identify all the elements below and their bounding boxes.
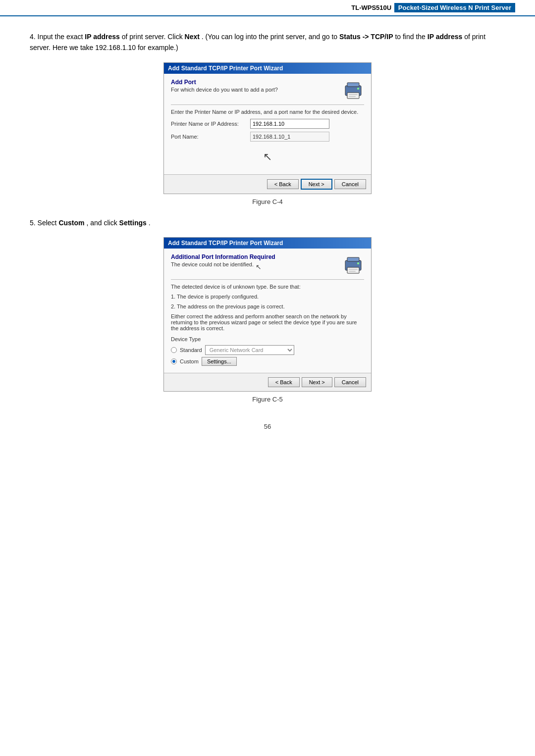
dialog4-section-subtitle: For which device do you want to add a po… — [171, 87, 278, 93]
cursor-icon-5: ↖ — [256, 263, 262, 271]
svg-rect-4 — [349, 96, 356, 97]
step5-custom-label: Custom — [58, 219, 84, 227]
step5-text: Select — [38, 219, 57, 227]
step4-ip-label: IP address — [85, 33, 120, 41]
dialog5-body: Additional Port Information Required The… — [164, 249, 371, 373]
dialog5-section-title: Additional Port Information Required — [171, 253, 275, 260]
standard-radio[interactable] — [171, 347, 177, 353]
main-content: 4. Input the exact IP address of print s… — [0, 26, 535, 450]
header-title: TL-WPS510U Pocket-Sized Wireless N Print… — [351, 4, 515, 11]
dialog4-printer-name-input[interactable] — [250, 119, 329, 129]
dialog4-port-name-label: Port Name: — [171, 134, 250, 140]
dialog5-wrapper: Add Standard TCP/IP Printer Port Wizard … — [30, 237, 505, 392]
dialog5-titlebar: Add Standard TCP/IP Printer Port Wizard — [164, 238, 371, 249]
dialog5-box: Add Standard TCP/IP Printer Port Wizard … — [163, 237, 372, 392]
dialog4-info-text: Enter the Printer Name or IP address, an… — [171, 109, 364, 115]
svg-rect-8 — [347, 267, 359, 273]
standard-select[interactable]: Generic Network Card — [205, 345, 294, 355]
svg-rect-9 — [349, 269, 358, 270]
dialog5-info-text3: 2. The address on the previous page is c… — [171, 303, 364, 309]
step4-text-mid1: of print server. Click — [122, 33, 183, 41]
svg-rect-7 — [347, 257, 359, 261]
svg-rect-3 — [349, 94, 358, 95]
custom-radio-row: Custom Settings... — [171, 357, 364, 366]
model-label: TL-WPS510U — [351, 4, 391, 11]
page-number: 56 — [30, 423, 505, 430]
step5-number: 5. — [30, 219, 36, 227]
step4-paragraph: 4. Input the exact IP address of print s… — [30, 31, 505, 53]
step5-paragraph: 5. Select Custom , and click Settings . — [30, 217, 505, 228]
printer-icon — [342, 79, 364, 101]
cursor-area-4: ↖ — [171, 145, 364, 169]
svg-point-11 — [357, 262, 359, 264]
step4-text-mid3: to find the — [395, 33, 426, 41]
dialog4-body: Add Port For which device do you want to… — [164, 74, 371, 174]
standard-radio-label: Standard — [180, 347, 202, 353]
step4-ip-label2: IP address — [428, 33, 463, 41]
standard-radio-row: Standard Generic Network Card — [171, 345, 364, 355]
dialog5-section-subtitle: The device could not be identified. — [171, 261, 254, 267]
custom-radio[interactable] — [171, 358, 177, 364]
dialog4-box: Add Standard TCP/IP Printer Port Wizard … — [163, 62, 372, 194]
product-label: Pocket-Sized Wireless N Print Server — [394, 3, 515, 12]
dialog5-next-button[interactable]: Next > — [302, 377, 332, 387]
dialog4-port-name-input[interactable] — [250, 132, 329, 142]
device-type-label: Device Type — [171, 336, 364, 342]
cursor-icon: ↖ — [263, 151, 272, 163]
dialog5-info-text4: Either correct the address and perform a… — [171, 313, 364, 331]
figure4-caption: Figure C-4 — [30, 198, 505, 205]
dialog4-wrapper: Add Standard TCP/IP Printer Port Wizard … — [30, 62, 505, 194]
settings-button[interactable]: Settings... — [202, 357, 237, 366]
step4-text-before: Input the exact — [38, 33, 83, 41]
svg-rect-1 — [347, 83, 359, 87]
step4-text-mid2: . (You can log into the print server, an… — [202, 33, 337, 41]
dialog5-title: Add Standard TCP/IP Printer Port Wizard — [168, 240, 283, 247]
dialog4-divider — [171, 104, 364, 105]
step4-status-bold: Status -> TCP/IP — [339, 33, 393, 41]
dialog4-cancel-button[interactable]: Cancel — [334, 179, 366, 189]
svg-rect-10 — [349, 271, 356, 272]
dialog4-footer: < Back Next > Cancel — [164, 174, 371, 194]
header-bar: TL-WPS510U Pocket-Sized Wireless N Print… — [0, 0, 535, 16]
dialog4-title: Add Standard TCP/IP Printer Port Wizard — [168, 65, 283, 72]
svg-rect-2 — [347, 93, 359, 99]
dialog5-info-text1: The detected device is of unknown type. … — [171, 284, 364, 290]
dialog4-back-button[interactable]: < Back — [267, 179, 299, 189]
step4-number: 4. — [30, 33, 36, 41]
dialog5-footer: < Back Next > Cancel — [164, 373, 371, 391]
dialog5-back-button[interactable]: < Back — [268, 377, 300, 387]
step5-settings-label: Settings — [119, 219, 147, 227]
step5-text2: , and click — [86, 219, 117, 227]
custom-radio-label: Custom — [180, 358, 199, 364]
dialog5-info-text2: 1. The device is properly configured. — [171, 294, 364, 300]
dialog4-section-title: Add Port — [171, 79, 278, 86]
svg-point-5 — [357, 88, 359, 90]
dialog4-printer-name-label: Printer Name or IP Address: — [171, 121, 250, 127]
dialog5-cancel-button[interactable]: Cancel — [334, 377, 366, 387]
device-type-section: Device Type Standard Generic Network Car… — [171, 336, 364, 366]
printer-icon-5 — [342, 253, 364, 275]
dialog4-next-button[interactable]: Next > — [301, 179, 332, 190]
dialog4-port-name-row: Port Name: — [171, 132, 364, 142]
step5-period: . — [149, 219, 151, 227]
step4-next-label: Next — [185, 33, 200, 41]
figure5-caption: Figure C-5 — [30, 396, 505, 403]
dialog4-printer-name-row: Printer Name or IP Address: — [171, 119, 364, 129]
dialog5-divider — [171, 279, 364, 280]
dialog4-titlebar: Add Standard TCP/IP Printer Port Wizard — [164, 63, 371, 74]
dialog4-header-section: Add Port For which device do you want to… — [171, 79, 278, 98]
dialog5-header-section: Additional Port Information Required The… — [171, 253, 275, 272]
